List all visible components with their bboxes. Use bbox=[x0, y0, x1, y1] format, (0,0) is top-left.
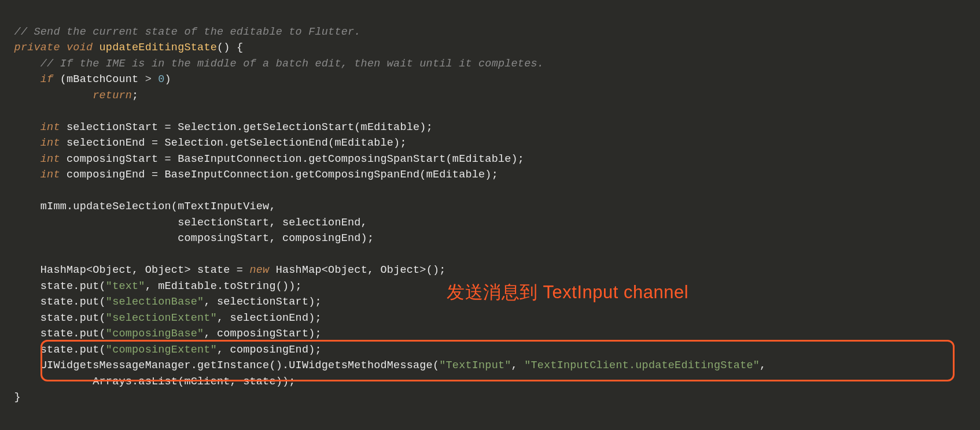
code-line: state.put("text", mEditable.toString()); bbox=[1, 280, 302, 292]
keyword: return bbox=[14, 90, 132, 102]
string-literal: "composingBase" bbox=[106, 328, 204, 340]
code-text: , bbox=[511, 359, 525, 372]
string-literal: "selectionExtent" bbox=[106, 312, 217, 324]
code-line: private void updateEditingState() { bbox=[1, 42, 243, 54]
keyword: int bbox=[14, 153, 67, 165]
operator: > bbox=[145, 73, 159, 86]
code-line: state.put("composingExtent", composingEn… bbox=[1, 344, 322, 356]
code-text: () { bbox=[217, 42, 243, 54]
code-text: composingStart, composingEnd); bbox=[14, 232, 374, 244]
code-line bbox=[1, 249, 14, 261]
code-line: int composingEnd = BaseInputConnection.g… bbox=[1, 169, 498, 181]
annotation-label: 发送消息到 TextInput channel bbox=[447, 283, 688, 301]
code-text: state.put( bbox=[14, 280, 106, 292]
code-text: , mEditable.toString()); bbox=[145, 280, 302, 292]
comment: // If the IME is in the middle of a batc… bbox=[14, 58, 544, 70]
code-text: composingEnd = BaseInputConnection.getCo… bbox=[67, 169, 498, 181]
code-line: UIWidgetsMessageManager.getInstance().UI… bbox=[1, 359, 766, 372]
code-line: composingStart, composingEnd); bbox=[1, 232, 374, 244]
code-text: HashMap<Object, Object>(); bbox=[276, 264, 446, 276]
string-literal: "selectionBase" bbox=[106, 296, 204, 308]
code-text: } bbox=[14, 391, 21, 403]
code-text: UIWidgetsMessageManager.getInstance().UI… bbox=[14, 359, 440, 372]
code-line: selectionStart, selectionEnd, bbox=[1, 217, 367, 229]
code-block[interactable]: // Send the current state of the editabl… bbox=[1, 8, 766, 406]
code-line: HashMap<Object, Object> state = new Hash… bbox=[1, 264, 446, 276]
code-line: state.put("selectionExtent", selectionEn… bbox=[1, 312, 322, 324]
code-line: Arrays.asList(mClient, state)); bbox=[1, 376, 296, 388]
keyword: int bbox=[14, 121, 67, 134]
code-text: state.put( bbox=[14, 296, 106, 308]
code-line: int selectionStart = Selection.getSelect… bbox=[1, 121, 433, 134]
method-name: updateEditingState bbox=[100, 42, 217, 54]
code-line: return; bbox=[1, 90, 138, 102]
code-line: state.put("composingBase", composingStar… bbox=[1, 328, 322, 340]
code-text: ) bbox=[165, 73, 171, 86]
code-text: selectionStart, selectionEnd, bbox=[14, 217, 367, 229]
code-line: mImm.updateSelection(mTextInputView, bbox=[1, 201, 276, 213]
code-text: , bbox=[760, 359, 766, 372]
code-text: , selectionStart); bbox=[204, 296, 321, 308]
keyword: int bbox=[14, 137, 67, 149]
code-text: , composingStart); bbox=[204, 328, 321, 340]
code-text: selectionStart = Selection.getSelectionS… bbox=[67, 121, 433, 134]
code-text: (mBatchCount bbox=[60, 73, 145, 86]
code-text: state.put( bbox=[14, 328, 106, 340]
code-text: , selectionEnd); bbox=[217, 312, 322, 324]
code-line: int selectionEnd = Selection.getSelectio… bbox=[1, 137, 407, 149]
code-text: HashMap<Object, Object> state = bbox=[14, 264, 250, 276]
keyword: if bbox=[14, 73, 60, 86]
number-literal: 0 bbox=[158, 73, 164, 86]
string-literal: "TextInputClient.updateEditingState" bbox=[524, 359, 760, 372]
code-line: } bbox=[1, 391, 21, 403]
code-line bbox=[1, 105, 14, 117]
code-text: composingStart = BaseInputConnection.get… bbox=[67, 153, 524, 165]
comment: // Send the current state of the editabl… bbox=[14, 26, 361, 38]
keyword: private void bbox=[14, 42, 100, 54]
code-text: Arrays.asList(mClient, state)); bbox=[14, 376, 296, 388]
code-line: int composingStart = BaseInputConnection… bbox=[1, 153, 524, 165]
code-line: // If the IME is in the middle of a batc… bbox=[1, 58, 544, 70]
code-line: state.put("selectionBase", selectionStar… bbox=[1, 296, 322, 308]
code-text: , composingEnd); bbox=[217, 344, 322, 356]
code-text: selectionEnd = Selection.getSelectionEnd… bbox=[67, 137, 407, 149]
string-literal: "text" bbox=[106, 280, 145, 292]
code-line: if (mBatchCount > 0) bbox=[1, 73, 171, 86]
code-line bbox=[1, 185, 14, 197]
code-text: state.put( bbox=[14, 344, 106, 356]
string-literal: "composingExtent" bbox=[106, 344, 217, 356]
string-literal: "TextInput" bbox=[439, 359, 511, 372]
code-line: // Send the current state of the editabl… bbox=[1, 26, 361, 38]
code-text: mImm.updateSelection(mTextInputView, bbox=[14, 201, 276, 213]
keyword: int bbox=[14, 169, 67, 181]
code-text: state.put( bbox=[14, 312, 106, 324]
keyword: new bbox=[249, 264, 275, 276]
code-text: ; bbox=[132, 90, 138, 102]
